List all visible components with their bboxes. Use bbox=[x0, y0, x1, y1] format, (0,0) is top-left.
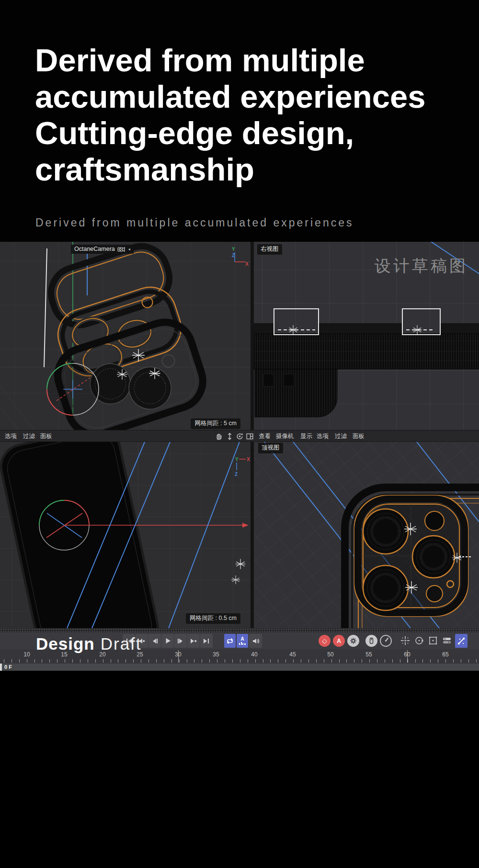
menu-item-display[interactable]: 显示 bbox=[300, 432, 312, 440]
next-frame-button[interactable] bbox=[174, 634, 187, 648]
menu-item-panel2[interactable]: 面板 bbox=[353, 432, 365, 440]
menu-item-filter[interactable]: 过滤 bbox=[23, 432, 35, 440]
viewport-phone-view[interactable]: Y X Z 网格间距 : 0.5 cm bbox=[0, 442, 251, 628]
viewport-menu-bar: 选项 过滤 面板 查看 摄像机 显示 选项 过滤 面板 bbox=[0, 430, 479, 442]
title-line: Cutting-edge design, bbox=[35, 115, 426, 151]
goto-start-button[interactable] bbox=[123, 634, 135, 648]
ruler-mark: 10 bbox=[23, 651, 31, 658]
pan-hand-icon[interactable] bbox=[215, 432, 223, 440]
autokey-button[interactable]: A bbox=[333, 635, 345, 647]
axis-gizmo-icon: Y X Z bbox=[231, 455, 251, 477]
page: Derived from multiple accumulated experi… bbox=[0, 0, 479, 868]
motion-dial-button[interactable] bbox=[380, 635, 392, 647]
menu-item-cameras[interactable]: 摄像机 bbox=[276, 432, 294, 440]
axis-gizmo-icon: Y Z X bbox=[230, 246, 251, 269]
ruler-mark: 65 bbox=[442, 651, 449, 658]
menu-item-options2[interactable]: 选项 bbox=[317, 432, 329, 440]
viewport-toggle-icon[interactable] bbox=[246, 432, 254, 440]
mouse-record-button[interactable] bbox=[365, 635, 377, 647]
title-line: craftsmanship bbox=[35, 151, 426, 188]
timeline-ruler[interactable]: 10 15 20 25 30 35 40 45 50 55 60 65 bbox=[0, 649, 479, 664]
rotate-tool-button[interactable] bbox=[413, 634, 425, 647]
animation-toolbar: A ‹ 0 F › ◇ A bbox=[0, 632, 479, 649]
bottom-black-area bbox=[0, 671, 479, 868]
perspective-scene bbox=[0, 242, 251, 430]
autokey-hud-button[interactable]: A bbox=[237, 634, 248, 648]
prev-frame-button[interactable] bbox=[148, 634, 161, 648]
viewport-title[interactable]: 顶视图 bbox=[258, 443, 283, 453]
sound-button[interactable] bbox=[249, 634, 262, 648]
camera-module-scene bbox=[254, 442, 479, 628]
scale-icon bbox=[428, 636, 438, 645]
mouse-icon bbox=[368, 637, 375, 644]
goto-end-button[interactable] bbox=[200, 634, 213, 648]
svg-text:Z: Z bbox=[235, 472, 238, 477]
timeline-dotted-strip bbox=[0, 628, 479, 632]
watermark-text: 设计草稿图 bbox=[375, 255, 468, 277]
keying-settings-button[interactable] bbox=[347, 635, 359, 647]
loop-playback-button[interactable] bbox=[224, 634, 236, 648]
menu-item-view[interactable]: 查看 bbox=[259, 432, 271, 440]
frame-position-strip[interactable]: 0 F bbox=[0, 664, 479, 671]
keyframe-diamond-icon: ◇ bbox=[322, 638, 327, 644]
prev-frame-icon bbox=[151, 638, 158, 644]
current-frame-label: 0 F bbox=[4, 664, 12, 670]
camera-label[interactable]: OctaneCamera ◂ bbox=[71, 245, 134, 254]
grid-spacing-label: 网格间距 : 5 cm bbox=[191, 418, 240, 429]
play-icon bbox=[165, 638, 171, 644]
grid-spacing-label: 网格间距 : 0.5 cm bbox=[186, 613, 240, 624]
zoom-updown-icon[interactable] bbox=[226, 432, 234, 440]
svg-text:X: X bbox=[247, 457, 250, 462]
play-button[interactable] bbox=[161, 634, 174, 648]
viewport-perspective[interactable]: OctaneCamera ◂ Y Z X 网格间距 : 5 cm bbox=[0, 242, 251, 430]
viewport-title[interactable]: 右视图 bbox=[257, 244, 282, 255]
ruler-mark: 50 bbox=[327, 651, 334, 658]
next-key-button[interactable] bbox=[187, 634, 200, 648]
prev-key-icon bbox=[138, 638, 146, 644]
camera-marker-icon: ◂ bbox=[128, 247, 130, 251]
svg-text:X: X bbox=[245, 261, 249, 267]
rotate-icon bbox=[414, 636, 424, 645]
ruler-mark: 25 bbox=[136, 651, 144, 658]
viewport-workspace: OctaneCamera ◂ Y Z X 网格间距 : 5 cm bbox=[0, 242, 479, 628]
svg-text:Y: Y bbox=[232, 247, 235, 252]
playhead-cursor[interactable] bbox=[0, 664, 2, 671]
speaker-icon bbox=[252, 638, 260, 644]
autokey-hud-icon: A bbox=[239, 637, 246, 645]
menu-item-filter2[interactable]: 过滤 bbox=[335, 432, 347, 440]
page-title: Derived from multiple accumulated experi… bbox=[35, 42, 426, 188]
next-key-icon bbox=[190, 638, 197, 644]
goto-end-icon bbox=[203, 638, 210, 644]
prev-key-button[interactable] bbox=[136, 634, 148, 648]
svg-text:Y: Y bbox=[235, 457, 239, 462]
axis-lock-button[interactable] bbox=[455, 634, 468, 648]
ruler-mark: 40 bbox=[251, 651, 258, 658]
record-keyframe-button[interactable]: ◇ bbox=[319, 635, 331, 647]
viewport-right-view[interactable]: 右视图 设计草稿图 bbox=[254, 242, 479, 430]
move-tool-button[interactable] bbox=[399, 634, 411, 647]
menu-item-panel[interactable]: 面板 bbox=[40, 432, 52, 440]
scale-tool-button[interactable] bbox=[427, 634, 439, 647]
layer-pills-icon bbox=[442, 636, 452, 645]
ruler-mark: 35 bbox=[212, 651, 220, 658]
goto-start-icon bbox=[125, 638, 132, 644]
ruler-mark: 15 bbox=[60, 651, 68, 658]
dial-icon bbox=[381, 636, 391, 646]
title-line: accumulated experiences bbox=[35, 79, 426, 115]
layers-toggle-button[interactable] bbox=[441, 634, 453, 647]
loop-icon bbox=[226, 638, 234, 644]
move-icon bbox=[400, 636, 410, 645]
svg-text:Z: Z bbox=[232, 253, 235, 258]
next-frame-icon bbox=[177, 638, 184, 644]
menu-item-options[interactable]: 选项 bbox=[5, 432, 17, 440]
rotate-view-icon[interactable] bbox=[236, 432, 244, 440]
ruler-mark: 55 bbox=[365, 651, 373, 658]
axis-line-icon bbox=[457, 637, 466, 645]
page-subtitle: Derived from multiple accumulated experi… bbox=[35, 216, 354, 229]
title-line: Derived from multiple bbox=[35, 42, 426, 79]
viewport-top-view[interactable]: 顶视图 bbox=[254, 442, 479, 628]
ruler-mark: 20 bbox=[99, 651, 106, 658]
phone-scene bbox=[0, 442, 251, 628]
camera-icon bbox=[117, 246, 126, 252]
hero-section: Derived from multiple accumulated experi… bbox=[0, 0, 479, 242]
